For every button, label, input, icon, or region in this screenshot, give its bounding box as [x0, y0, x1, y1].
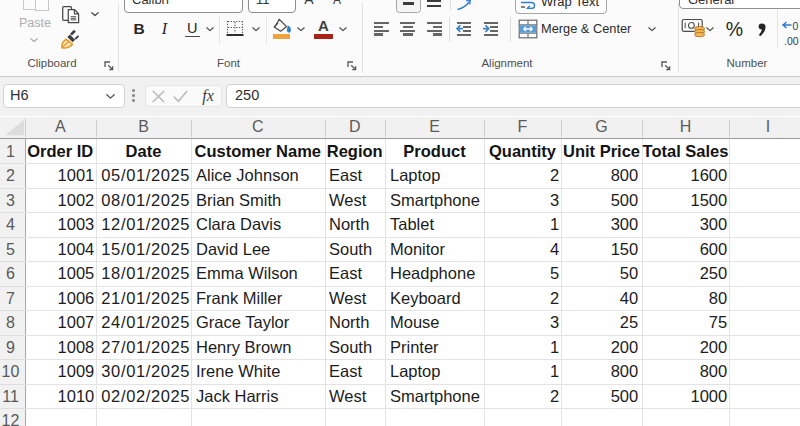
svg-text:.00: .00 [784, 35, 799, 47]
svg-text:0: 0 [793, 20, 799, 32]
